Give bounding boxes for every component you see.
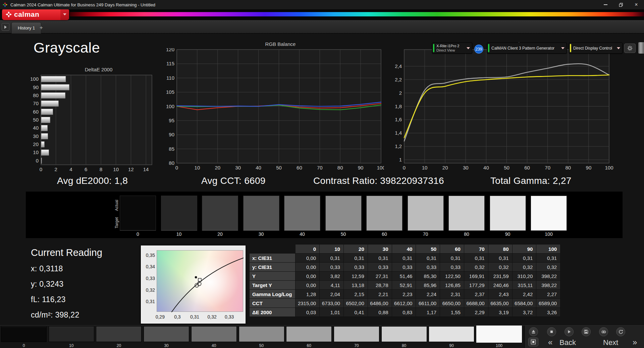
current-reading-title: Current Reading (31, 247, 102, 258)
axis-tick-label: 20 (442, 165, 448, 170)
pattern-patch-button-20[interactable] (96, 326, 142, 342)
stop-button[interactable] (547, 327, 556, 336)
grayscale-swatch-40 (284, 196, 320, 231)
tab-bar: History 1 + X-Rite i1Pro 2 Direct View 2… (0, 20, 644, 33)
axis-tick-label: 1,6 (395, 117, 402, 122)
table-cell: 1,28 (296, 290, 320, 299)
pattern-patch-button-40[interactable] (191, 326, 237, 342)
pattern-patch-button-0[interactable] (1, 326, 47, 342)
axis-tick-label: 0 (36, 158, 39, 163)
window-title: Calman 2024 Calman Ultimate for Business… (10, 2, 155, 7)
pattern-window-button[interactable] (528, 338, 538, 346)
table-header-cell: 30 (368, 245, 392, 254)
table-cell: 2,31 (440, 290, 464, 299)
add-tab-button[interactable]: + (38, 24, 45, 31)
contrast-ratio-stat: Contrast Ratio: 398220937316 (313, 176, 444, 186)
axis-tick-label: 1,8 (395, 103, 402, 109)
axis-tick-label: 90 (586, 165, 592, 170)
tab-history-1[interactable]: History 1 (11, 22, 41, 33)
grayscale-swatch-70 (408, 196, 444, 231)
panel-handle-button[interactable] (638, 42, 644, 54)
pattern-bar: 0102030405060708090100 « Back Next » (0, 325, 644, 348)
table-header-cell: 20 (343, 245, 368, 254)
pattern-patch-button-100[interactable] (476, 326, 522, 343)
back-arrows-icon[interactable]: « (548, 338, 552, 347)
settings-button[interactable] (624, 44, 636, 53)
table-cell: 6688,00 (464, 299, 488, 308)
table-header-cell: 80 (488, 245, 512, 254)
axis-tick-label: 115 (166, 61, 174, 66)
pattern-patch-label: 100 (476, 343, 522, 348)
axis-tick-label: 0 (40, 166, 42, 172)
deltae-bar (41, 125, 48, 131)
close-button[interactable]: × (629, 0, 644, 9)
next-arrows-icon[interactable]: » (633, 338, 637, 347)
tab-scroll-button[interactable] (2, 23, 9, 31)
pattern-patch-button-90[interactable] (429, 326, 474, 342)
chevron-down-icon (63, 13, 66, 15)
save-button[interactable] (582, 327, 591, 336)
refresh-button[interactable] (616, 327, 625, 336)
pattern-patch-button-50[interactable] (239, 326, 284, 342)
table-cell: 0,00 (296, 254, 320, 263)
axis-tick-label: 2,2 (395, 77, 402, 82)
swatch-level-label: 60 (366, 231, 402, 237)
swatch-level-label: 70 (408, 231, 444, 237)
maximize-button[interactable] (613, 0, 629, 9)
next-button[interactable]: Next (603, 338, 618, 347)
axis-tick-label: 1 (399, 157, 402, 162)
deltae-bar (41, 117, 50, 123)
link-button[interactable] (599, 327, 608, 336)
play-button[interactable] (565, 327, 574, 336)
calman-menu-caret[interactable] (60, 9, 69, 20)
cie-x-tick-label: 0,3 (170, 314, 185, 320)
eject-button[interactable] (529, 327, 538, 336)
gamma-chart-svg: 11,21,41,61,822,22,401020304050607080901… (390, 48, 613, 173)
table-cell: 2315,00 (296, 299, 320, 308)
pattern-generator-select[interactable]: CalMAN Client 3 Pattern Generator (487, 43, 567, 54)
calman-pinwheel-icon (5, 11, 12, 18)
meter-mode: Direct View (436, 48, 465, 53)
table-cell: 6584,00 (512, 299, 536, 308)
table-cell: 398,22 (536, 272, 560, 281)
axis-tick-label: 14 (143, 166, 149, 172)
axis-tick-label: 2 (399, 90, 402, 96)
pattern-patch-button-80[interactable] (381, 326, 427, 342)
table-cell: 3,19 (488, 308, 512, 317)
pattern-patch-button-60[interactable] (286, 326, 332, 342)
axis-tick-label: 2 (55, 166, 57, 172)
meter-status-badge[interactable]: 239 (474, 45, 483, 54)
minimize-button[interactable] (598, 0, 613, 9)
table-cell: 28,78 (368, 281, 392, 290)
calman-logo-text: calman (14, 10, 39, 18)
table-cell: 2,15 (343, 290, 368, 299)
pattern-patch-button-70[interactable] (334, 326, 379, 342)
table-header-cell: 100 (536, 245, 560, 254)
current-reading-x: x: 0,3118 (31, 264, 102, 273)
table-cell: 0,33 (440, 263, 464, 272)
calman-menu-button[interactable]: calman (2, 9, 69, 20)
grayscale-swatch-20 (202, 196, 238, 231)
table-cell: 85,96 (416, 281, 440, 290)
pattern-patch-button-30[interactable] (144, 326, 189, 342)
table-row: ΔE 20000,031,010,410,880,831,171,552,293… (250, 308, 560, 317)
table-cell: 3,26 (536, 308, 560, 317)
current-reading-fl: fL: 116,23 (31, 295, 102, 304)
axis-tick-label: 90 (358, 165, 364, 170)
meter-select[interactable]: X-Rite i1Pro 2 Direct View (432, 43, 472, 54)
chevron-down-icon (561, 47, 565, 49)
stop-icon (549, 329, 554, 334)
pattern-patch-button-10[interactable] (49, 326, 94, 342)
back-button[interactable]: Back (559, 338, 576, 347)
deltae-bar (41, 76, 66, 82)
table-row-label: y: CIE31 (250, 263, 296, 272)
table-cell: 3,72 (512, 308, 536, 317)
table-cell: 0,31 (440, 254, 464, 263)
table-cell: 0,31 (368, 254, 392, 263)
pattern-patch-label: 90 (429, 343, 474, 348)
axis-tick-label: 20 (33, 141, 39, 147)
table-cell: 1,17 (416, 308, 440, 317)
axis-tick-label: 10 (33, 149, 39, 155)
swatch-level-label: 40 (284, 231, 320, 237)
display-control-select[interactable]: Direct Display Control (569, 43, 623, 54)
